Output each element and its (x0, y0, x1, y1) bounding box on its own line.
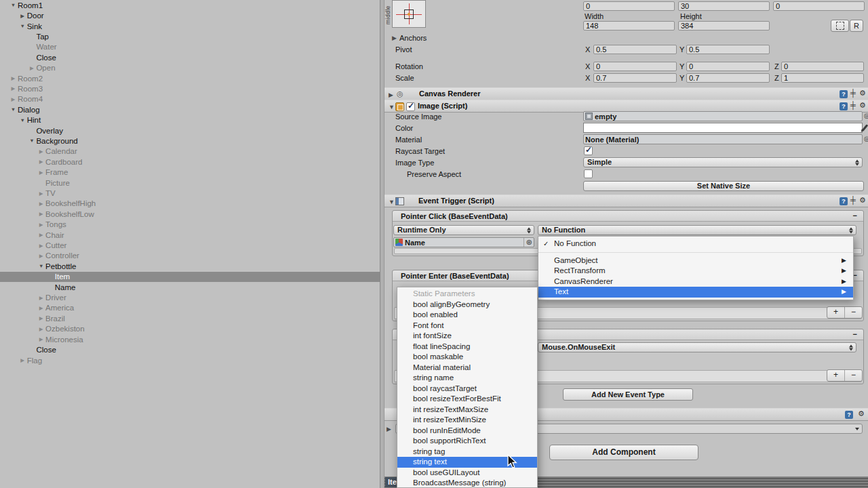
foldout-arrow-icon[interactable]: ▶ (37, 159, 45, 165)
event-function-dropdown[interactable]: Mouse.OnMouseExit (538, 342, 856, 352)
submenu-item[interactable]: string name (397, 373, 537, 384)
hierarchy-item[interactable]: ▶ Calendar (0, 146, 380, 157)
submenu-item[interactable]: bool supportRichText (397, 436, 537, 447)
hierarchy-item[interactable]: ▼ Hint (0, 115, 380, 125)
remove-event-button[interactable]: − (853, 211, 857, 220)
rotation-z-field[interactable]: 0 (781, 62, 864, 71)
hierarchy-item[interactable]: Name (0, 282, 380, 292)
submenu-item[interactable]: Font font (397, 321, 537, 331)
scale-x-field[interactable]: 0.7 (593, 73, 677, 83)
event-mode-dropdown[interactable]: Runtime Only (393, 225, 534, 235)
hierarchy-item[interactable]: Close (0, 52, 380, 62)
gear-icon[interactable]: ⚙ (859, 89, 866, 98)
canvas-renderer-header[interactable]: ▶ ◎ Canvas Renderer ? ╪ ⚙ (384, 87, 868, 100)
set-native-size-button[interactable]: Set Native Size (583, 181, 864, 191)
help-icon[interactable]: ? (845, 411, 853, 419)
foldout-arrow-icon[interactable]: ▶ (37, 211, 45, 217)
anchors-foldout-icon[interactable]: ▶ (392, 35, 397, 41)
hierarchy-item[interactable]: ▶ Brazil (0, 313, 380, 323)
help-icon[interactable]: ? (840, 90, 848, 98)
hierarchy-item[interactable]: ▼ Background (0, 136, 380, 146)
hierarchy-item[interactable]: Close (0, 344, 380, 354)
hierarchy-item[interactable]: ▶ Room3 (0, 83, 380, 94)
hierarchy-item[interactable]: ▼ Dialog (0, 104, 380, 115)
material-field[interactable]: None (Material) (583, 134, 863, 144)
foldout-arrow-icon[interactable]: ▶ (9, 75, 17, 81)
component-foldout-icon[interactable]: ▼ (389, 104, 395, 110)
foldout-arrow-icon[interactable]: ▶ (37, 169, 45, 176)
hierarchy-item[interactable]: ▶ BookshelfHigh (0, 199, 380, 209)
hierarchy-item[interactable]: ▶ BookshelfLow (0, 209, 380, 219)
component-foldout-icon[interactable]: ▼ (389, 199, 395, 205)
gear-icon[interactable]: ⚙ (859, 196, 866, 205)
menu-item[interactable]: GameObject ▶ (538, 256, 853, 266)
add-component-button[interactable]: Add Component (549, 445, 698, 460)
submenu-item[interactable]: BroadcastMessage (string) (397, 478, 537, 488)
presets-icon[interactable]: ╪ (850, 101, 856, 109)
hierarchy-item[interactable]: ▼ Sink (0, 21, 380, 31)
hierarchy-item[interactable]: ▶ Controller (0, 251, 380, 261)
menu-item[interactable]: CanvasRenderer ▶ (538, 277, 853, 287)
color-swatch[interactable] (583, 123, 863, 133)
hierarchy-item[interactable]: ▶ Chair (0, 230, 380, 240)
anchors-label[interactable]: Anchors (399, 33, 427, 43)
foldout-arrow-icon[interactable]: ▼ (9, 2, 17, 8)
image-type-dropdown[interactable]: Simple (583, 157, 863, 167)
gear-icon[interactable]: ⚙ (858, 409, 865, 418)
hierarchy-item[interactable]: ▶ TV (0, 188, 380, 198)
menu-item[interactable]: RectTransform ▶ (538, 266, 853, 277)
rotation-x-field[interactable]: 0 (593, 62, 677, 71)
submenu-item[interactable]: float lineSpacing (397, 342, 537, 352)
menu-item-no-function[interactable]: ✓ No Function (538, 239, 853, 249)
source-image-field[interactable]: empty (583, 111, 863, 121)
hierarchy-item[interactable]: Water (0, 42, 380, 52)
pivot-x-field[interactable]: 0.5 (593, 45, 677, 54)
raycast-target-checkbox[interactable]: ✓ (584, 146, 593, 155)
hierarchy-item[interactable]: Picture (0, 178, 380, 188)
submenu-item[interactable]: bool resizeTextForBestFit (397, 394, 537, 405)
hierarchy-item[interactable]: ▶ Micronesia (0, 334, 380, 344)
hierarchy-item[interactable]: ▼ Petbottle (0, 261, 380, 271)
foldout-arrow-icon[interactable]: ▶ (37, 336, 45, 342)
hierarchy-item[interactable]: ▶ Frame (0, 167, 380, 178)
foldout-arrow-icon[interactable]: ▶ (28, 65, 35, 71)
hierarchy-item[interactable]: ▶ Cardboard (0, 157, 380, 167)
object-picker-icon[interactable]: ◎ (864, 112, 868, 119)
raw-edit-mode-button[interactable]: R (850, 20, 863, 32)
object-picker-icon[interactable]: ◎ (524, 238, 534, 247)
add-new-event-type-button[interactable]: Add New Event Type (563, 388, 693, 401)
hierarchy-item[interactable]: Overlay (0, 125, 380, 136)
foldout-arrow-icon[interactable]: ▶ (37, 201, 45, 207)
foldout-arrow-icon[interactable]: ▶ (37, 222, 45, 228)
submenu-item[interactable]: bool maskable (397, 352, 537, 363)
event-trigger-header[interactable]: ▼ Event Trigger (Script) ? ╪ ⚙ (384, 195, 868, 207)
foldout-arrow-icon[interactable]: ▼ (19, 117, 26, 123)
height-field[interactable]: 384 (678, 21, 770, 30)
foldout-arrow-icon[interactable]: ▼ (37, 263, 45, 269)
hierarchy-item[interactable]: Tap (0, 31, 380, 41)
hierarchy-item[interactable]: ▶ Open (0, 62, 380, 73)
help-icon[interactable]: ? (840, 102, 848, 110)
remove-entry-button[interactable]: − (845, 307, 862, 318)
hierarchy-item[interactable]: ▼ Room1 (0, 0, 380, 10)
eyedropper-icon[interactable] (862, 124, 868, 131)
foldout-arrow-icon[interactable]: ▼ (9, 106, 17, 113)
foldout-arrow-icon[interactable]: ▶ (9, 96, 17, 102)
submenu-item[interactable]: bool runInEditMode (397, 426, 537, 436)
event-function-dropdown[interactable]: No Function (538, 225, 856, 235)
hierarchy-item[interactable]: ▶ Ozbekiston (0, 324, 380, 334)
hierarchy-item[interactable]: ▶ Driver (0, 292, 380, 302)
hierarchy-item[interactable]: ▶ Room2 (0, 73, 380, 83)
property-foldout-icon[interactable]: ▶ (387, 426, 391, 432)
scale-y-field[interactable]: 0.7 (686, 73, 770, 83)
help-icon[interactable]: ? (840, 197, 848, 205)
hierarchy-item[interactable]: ▶ America (0, 303, 380, 313)
submenu-item[interactable]: Material material (397, 363, 537, 373)
submenu-item[interactable]: int fontSize (397, 331, 537, 342)
submenu-item[interactable]: bool raycastTarget (397, 384, 537, 394)
event-target-field[interactable]: Name ◎ (393, 237, 534, 247)
rotation-y-field[interactable]: 0 (686, 62, 770, 71)
submenu-item[interactable]: bool enabled (397, 310, 537, 321)
pos-x-field[interactable]: 0 (583, 1, 675, 11)
object-picker-icon[interactable]: ◎ (864, 135, 868, 142)
